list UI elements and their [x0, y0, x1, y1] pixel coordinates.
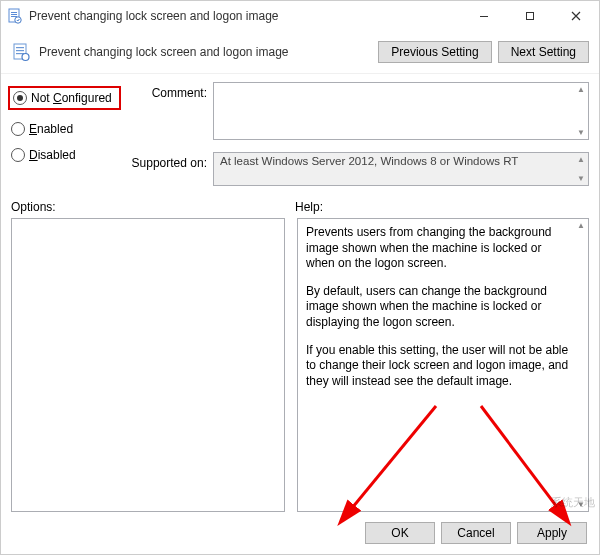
- state-radio-group: Not Configured Enabled Disabled: [11, 82, 121, 186]
- radio-enabled-label: Enabled: [29, 122, 73, 136]
- scrollbar-icon: ▲▼: [574, 83, 588, 139]
- scrollbar-icon: ▲▼: [574, 219, 588, 511]
- radio-disabled-label: Disabled: [29, 148, 76, 162]
- maximize-button[interactable]: [507, 1, 553, 31]
- comment-label: Comment:: [129, 82, 207, 140]
- titlebar: Prevent changing lock screen and logon i…: [1, 1, 599, 31]
- scrollbar-icon: ▲▼: [574, 153, 588, 185]
- supported-readonly: At least Windows Server 2012, Windows 8 …: [213, 152, 589, 186]
- lower-labels: Options: Help:: [1, 198, 599, 218]
- upper-panel: Not Configured Enabled Disabled Comment:…: [1, 74, 599, 198]
- bottom-bar: OK Cancel Apply: [1, 512, 599, 554]
- policy-icon: [11, 42, 31, 62]
- radio-dot-icon: [13, 91, 27, 105]
- radio-not-configured[interactable]: Not Configured: [8, 86, 121, 110]
- supported-value: At least Windows Server 2012, Windows 8 …: [220, 155, 518, 167]
- svg-rect-6: [527, 13, 534, 20]
- options-box[interactable]: [11, 218, 285, 512]
- ok-button[interactable]: OK: [365, 522, 435, 544]
- help-paragraph: Prevents users from changing the backgro…: [306, 225, 570, 272]
- lower-panel: Prevents users from changing the backgro…: [1, 218, 599, 512]
- svg-rect-5: [480, 16, 488, 17]
- toolbar: Prevent changing lock screen and logon i…: [1, 31, 599, 74]
- svg-rect-8: [16, 47, 24, 48]
- supported-label: Supported on:: [129, 152, 207, 186]
- window-controls: [461, 1, 599, 31]
- window-title: Prevent changing lock screen and logon i…: [29, 9, 461, 23]
- minimize-button[interactable]: [461, 1, 507, 31]
- radio-enabled[interactable]: Enabled: [11, 122, 121, 136]
- next-setting-button[interactable]: Next Setting: [498, 41, 589, 63]
- svg-rect-2: [11, 14, 17, 15]
- radio-disabled[interactable]: Disabled: [11, 148, 121, 162]
- window: Prevent changing lock screen and logon i…: [0, 0, 600, 555]
- help-box[interactable]: Prevents users from changing the backgro…: [297, 218, 589, 512]
- cancel-button[interactable]: Cancel: [441, 522, 511, 544]
- policy-file-icon: [7, 8, 23, 24]
- close-button[interactable]: [553, 1, 599, 31]
- radio-not-configured-label: Not Configured: [31, 91, 112, 105]
- svg-rect-1: [11, 12, 17, 13]
- previous-setting-button[interactable]: Previous Setting: [378, 41, 491, 63]
- apply-button[interactable]: Apply: [517, 522, 587, 544]
- help-paragraph: If you enable this setting, the user wil…: [306, 343, 570, 390]
- help-label: Help:: [295, 200, 323, 214]
- comment-textarea[interactable]: ▲▼: [213, 82, 589, 140]
- radio-circle-icon: [11, 122, 25, 136]
- svg-rect-9: [16, 50, 24, 51]
- svg-point-11: [22, 54, 29, 61]
- radio-circle-icon: [11, 148, 25, 162]
- options-label: Options:: [11, 200, 283, 214]
- policy-name: Prevent changing lock screen and logon i…: [39, 45, 370, 59]
- help-paragraph: By default, users can change the backgro…: [306, 284, 570, 331]
